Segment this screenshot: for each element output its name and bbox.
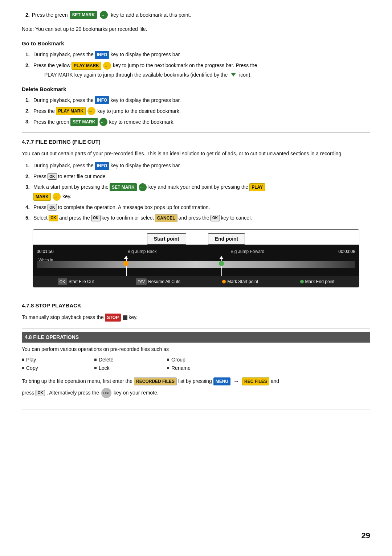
bullet-6: [167, 367, 169, 369]
fe-step3-num: 3.: [25, 183, 33, 191]
stop-badge: STOP: [105, 314, 121, 322]
del-step3-text1: Press the green: [33, 118, 69, 126]
diagram-mark-start: Mark Start point: [222, 278, 258, 285]
rec-files-badge: REC FILES: [242, 377, 269, 385]
ok-badge-fe5c: OK: [211, 215, 220, 221]
fe-step4-text2: to complete the operation. A message box…: [58, 204, 210, 211]
goto-step2-text1: Press the yellow: [33, 62, 70, 69]
fileops-para1: To bring up the file operation menu, fir…: [22, 377, 132, 385]
del-step3-text2: key to remove the bookmark.: [109, 118, 175, 126]
goto-step2-cont: PLAY MARK key again to jump through the …: [44, 71, 228, 79]
diagram-label-center: Big Jump Back: [127, 248, 156, 255]
stop-playback-title: 4.7.8 STOP PLAYBACK: [22, 300, 370, 311]
divider-3: [22, 328, 370, 328]
start-point-label: Start point: [147, 233, 186, 245]
diagram-mark-end: Mark End point: [300, 278, 335, 285]
list-icon-circle: LIST: [101, 388, 111, 398]
goto-step2-num: 2.: [25, 62, 33, 69]
info-badge-fe1: INFO: [95, 162, 110, 170]
setmark-icon-del: [99, 118, 107, 126]
fe-step3-text4: key.: [62, 193, 72, 200]
fe-step5-text3: key to confirm or select: [102, 214, 154, 222]
bullet-3: [167, 359, 169, 361]
ok-badge-fe4: OK: [48, 204, 57, 210]
fileops-para3: and: [271, 377, 279, 385]
playmark-badge2-fe3: MARK: [33, 193, 51, 201]
file-cut-diagram: Start point End point 00:01:50 Big Jump …: [33, 229, 359, 288]
bottom-divider: [22, 409, 370, 409]
fe-step1-text2: key to display the progress bar.: [110, 162, 181, 169]
delete-bookmark-title: Delete Bookmark: [22, 85, 370, 94]
goto-step2-text2: key to jump to the next bookmark on the …: [113, 62, 257, 69]
step2-prefix: 2.: [25, 11, 30, 19]
del-step2-text2: key to jump to the desired bookmark.: [97, 107, 181, 115]
stop-text1: To manually stop playback press the: [22, 314, 104, 321]
setmark-badge-del: SET MARK: [70, 118, 98, 126]
recorded-files-badge: RECORDED FILES: [134, 377, 177, 385]
file-ops-title: 4.8 FILE OPERATIONS: [22, 332, 370, 343]
stop-text2: key.: [128, 314, 138, 321]
ok-badge-fe5b: OK: [91, 215, 101, 221]
goto-step1-text1: During playback, press the: [33, 51, 94, 58]
stop-square-icon: [123, 315, 127, 320]
fileops-para2: list by pressing: [178, 377, 212, 385]
goto-step1-num: 1.: [25, 51, 33, 58]
ok-badge-fe5a: OK: [49, 215, 58, 221]
divider-2: [22, 295, 370, 295]
playmark-icon-del: [87, 107, 95, 115]
bullet-5: [94, 367, 97, 369]
playmark-badge-fe3: PLAY: [249, 183, 265, 191]
arrow-icon: →: [233, 377, 239, 386]
fe-step3-text1: Mark a start point by pressing the: [33, 183, 109, 191]
diagram-time-left: 00:01:50: [37, 248, 54, 255]
goto-step2-end: icon).: [239, 71, 252, 79]
fe-step4-text1: Press: [33, 204, 46, 211]
diagram-when-in: When in: [38, 257, 53, 263]
info-badge-del1: INFO: [95, 96, 110, 104]
del-step1-text1: During playback, press the: [33, 97, 94, 104]
fe-step1-text1: During playback, press the: [33, 162, 94, 169]
del-step2-num: 2.: [25, 107, 33, 115]
del-step1-num: 1.: [25, 96, 33, 104]
playmark-icon-goto: [103, 62, 111, 70]
triangle-icon: [231, 73, 236, 77]
playmark-badge-goto: PLAY MARK: [72, 62, 101, 70]
note-text: Note: You can set up to 20 bookmarks per…: [22, 26, 147, 32]
file-ops-intro: You can perform various operations on pr…: [22, 346, 370, 353]
bullet-4: [22, 367, 24, 369]
setmark-badge: SET MARK: [70, 11, 97, 19]
diagram-label-right: Big Jump Foward: [230, 248, 264, 255]
fe-step2-text2: to enter file cut mode.: [58, 173, 107, 180]
del-step1-text2: key to display the progress bar.: [110, 97, 181, 104]
fe-step5-text5: key to cancel.: [221, 214, 252, 222]
playmark-badge-del: PLAY MARK: [56, 107, 86, 115]
del-step3-num: 3.: [25, 118, 33, 126]
diagram-ok-label: OK Start File Cut: [58, 278, 94, 285]
info-badge-goto1: INFO: [95, 51, 110, 59]
fe-step5-text4: and press the: [179, 214, 209, 222]
fe-step5-text1: Select: [33, 214, 48, 222]
file-editing-title: 4.7.7 FILE EDITING (FILE CUT): [22, 136, 370, 148]
fe-step1-num: 1.: [25, 162, 33, 169]
step2-text2: key to add a bookmark at this point.: [111, 11, 191, 19]
setmark-icon: [100, 11, 108, 19]
file-ops-list: Play Delete Group Copy Lock Rename: [22, 356, 240, 372]
diagram-time-right: 00:03:08: [338, 248, 355, 255]
cancel-badge-fe5: CANCEL: [155, 214, 177, 222]
setmark-badge-fe3: SET MARK: [110, 183, 137, 191]
fileops-para4: press: [22, 389, 34, 397]
goto-step1-text2: key to display the progress bar.: [110, 51, 181, 58]
goto-bookmark-title: Go to Bookmark: [22, 40, 370, 48]
fileops-para6: key on your remote.: [114, 389, 159, 397]
fe-step2-text1: Press: [33, 173, 46, 180]
divider-1: [22, 132, 370, 133]
ok-badge-fe2: OK: [48, 173, 57, 180]
end-point-label: End point: [208, 233, 245, 245]
diagram-fav-label: FAV Resume All Cuts: [136, 278, 180, 285]
fileops-para5: . Alternatively press the: [46, 389, 99, 397]
page-number: 29: [362, 530, 370, 541]
ok-badge-fileops: OK: [36, 390, 45, 396]
file-editing-intro: You can cut out certain parts of your pr…: [22, 150, 370, 158]
fe-step5-text2: and press the: [59, 214, 90, 222]
fe-step4-num: 4.: [25, 204, 33, 211]
